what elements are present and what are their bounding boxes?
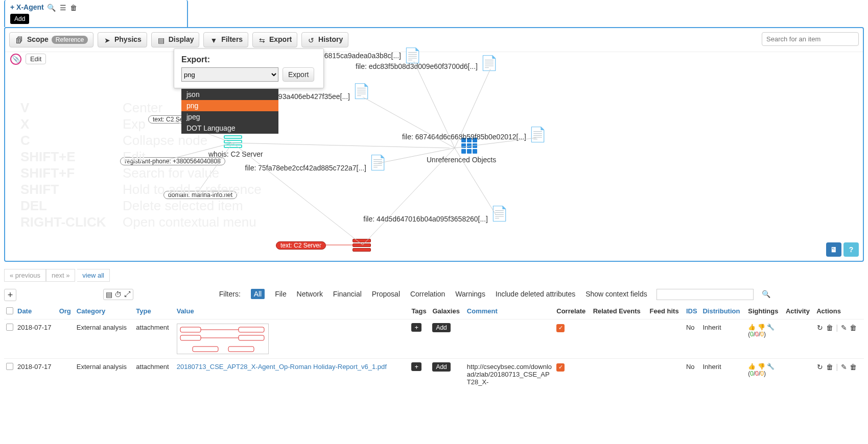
filter-warnings[interactable]: Warnings <box>455 290 485 298</box>
node-file[interactable]: 📄 file: dc40f11eb6815ca9adea0a3b8c[...] <box>404 48 421 63</box>
col-org[interactable]: Org <box>57 304 75 319</box>
correlate-checkbox[interactable]: ✓ <box>556 324 565 332</box>
refresh-icon[interactable]: ↻ <box>817 324 823 332</box>
trash-icon[interactable]: 🗑 <box>850 324 857 332</box>
refresh-icon[interactable]: ↻ <box>817 363 823 371</box>
node-unreferenced-objects[interactable]: Unreferenced Objects <box>442 138 496 164</box>
export-button[interactable]: ⇆ Export <box>252 32 297 47</box>
node-file[interactable]: 📄 file: 374896a75493a406eb427f35ee[...] <box>353 84 370 98</box>
trash-icon[interactable]: 🗑 <box>850 363 857 371</box>
node-file[interactable]: 📄 file: 44d5d647016b04a095f3658260[...] <box>490 207 508 221</box>
add-tag-button[interactable]: + <box>411 323 421 332</box>
row-checkbox[interactable] <box>6 363 13 370</box>
filter-correlation[interactable]: Correlation <box>410 290 445 298</box>
node-file[interactable]: 📄 file: 687464d6c668b59f85b0e02012[...] <box>529 128 547 142</box>
trash-icon[interactable]: 🗑 <box>826 324 833 332</box>
paperclip-icon: 📎 <box>10 54 21 65</box>
correlate-checkbox[interactable]: ✓ <box>556 363 565 372</box>
export-option-dot[interactable]: DOT Language <box>181 122 278 134</box>
attribute-search-input[interactable] <box>657 289 753 300</box>
x-agent-tag-link[interactable]: + X-Agent <box>10 3 44 11</box>
add-tag-button[interactable]: Add <box>10 14 29 24</box>
node-label: file: 44d5d647016b04a095f3658260[...] <box>363 215 488 223</box>
node-file[interactable]: 📄 file: 75fa78ebe2ccf42ad885c722a7[...] <box>369 156 387 170</box>
filter-context[interactable]: Show context fields <box>585 290 647 298</box>
graph-search-input[interactable] <box>762 32 859 46</box>
edit-icon[interactable]: ✎ <box>841 363 847 371</box>
svg-line-8 <box>232 143 450 148</box>
next-page-button[interactable]: next » <box>46 269 75 282</box>
edit-mode-toggle[interactable]: 📎 Edit <box>10 54 46 65</box>
view-all-button[interactable]: view all <box>77 269 110 282</box>
fullscreen-button[interactable]: 🖥 <box>826 242 841 257</box>
filter-network[interactable]: Network <box>297 290 323 298</box>
export-format-select[interactable]: png <box>181 67 278 82</box>
export-option-json[interactable]: json <box>181 89 278 100</box>
table-row: 2018-07-17 External analysis attachment … <box>4 319 864 359</box>
node-text-c2-red[interactable]: text: C2 Server <box>276 241 326 250</box>
export-go-button[interactable]: Export <box>283 67 314 82</box>
col-type[interactable]: Type <box>134 304 174 319</box>
col-ids[interactable]: IDS <box>684 304 701 319</box>
col-comment[interactable]: Comment <box>465 304 554 319</box>
export-option-jpeg[interactable]: jpeg <box>181 111 278 122</box>
list-icon[interactable]: ☰ <box>60 4 66 12</box>
add-galaxy-button[interactable]: Add <box>432 362 450 372</box>
cell-actions: ↻ 🗑 | ✎ 🗑 <box>814 359 864 390</box>
display-button[interactable]: ▤ Display <box>151 32 200 47</box>
thumbs-up-icon[interactable]: 👍 <box>748 324 756 331</box>
svg-rect-15 <box>239 327 264 332</box>
trash-icon[interactable]: 🗑 <box>70 4 77 12</box>
add-tag-button[interactable]: + <box>411 362 421 371</box>
search-icon[interactable]: 🔍 <box>762 290 770 298</box>
thumbs-down-icon[interactable]: 👎 <box>758 324 765 331</box>
filter-financial[interactable]: Financial <box>333 290 362 298</box>
event-graph[interactable]: 🗐 Scope Reference ➤ Physics ▤ Display ▼ … <box>4 27 864 262</box>
scope-button[interactable]: 🗐 Scope Reference <box>9 32 93 47</box>
attachment-thumbnail[interactable] <box>177 324 269 354</box>
node-label: file: edc83f5b08d3d009e60f3700d6[...] <box>356 62 478 70</box>
filter-deleted[interactable]: Include deleted attributes <box>496 290 575 298</box>
edit-label: Edit <box>26 54 46 64</box>
history-icon: ↺ <box>308 36 314 44</box>
export-option-png[interactable]: png <box>181 100 278 111</box>
scope-badge: Reference <box>52 36 88 44</box>
exchange-icon: ⇆ <box>259 36 265 44</box>
pagination: « previousnext » view all <box>4 269 864 282</box>
col-date[interactable]: Date <box>15 304 57 319</box>
select-all-checkbox[interactable] <box>6 307 13 314</box>
col-category[interactable]: Category <box>75 304 134 319</box>
thumbs-up-icon[interactable]: 👍 <box>748 363 756 370</box>
history-button[interactable]: ↺ History <box>301 32 348 47</box>
edit-icon[interactable]: ✎ <box>841 324 847 332</box>
help-button[interactable]: ? <box>843 242 859 257</box>
export-popup-title: Export: <box>181 55 316 64</box>
add-galaxy-button[interactable]: Add <box>432 323 450 332</box>
trash-icon[interactable]: 🗑 <box>826 363 833 371</box>
search-icon[interactable]: 🔍 <box>47 4 56 12</box>
export-format-dropdown[interactable]: json png jpeg DOT Language <box>181 89 278 134</box>
attachment-link[interactable]: 20180713_CSE_APT28_X-Agent_Op-Roman Holi… <box>177 363 387 371</box>
filter-file[interactable]: File <box>275 290 287 298</box>
cell-type: attachment <box>134 359 174 390</box>
cell-category: External analysis <box>75 319 134 359</box>
filters-button[interactable]: ▼ Filters <box>203 32 248 47</box>
col-value[interactable]: Value <box>175 304 410 319</box>
thumbs-down-icon[interactable]: 👎 <box>758 363 765 370</box>
toolbar-tri-icons[interactable]: ▤ ⏱ ⤢ <box>103 289 133 300</box>
filter-all[interactable]: All <box>251 289 265 299</box>
node-c2-server[interactable] <box>353 239 371 252</box>
wrench-icon[interactable]: 🔧 <box>767 363 775 370</box>
col-sightings: Sightings <box>746 304 784 319</box>
wrench-icon[interactable]: 🔧 <box>767 324 775 331</box>
row-checkbox[interactable] <box>6 324 13 331</box>
add-attribute-button[interactable]: + <box>4 289 16 301</box>
file-icon: 📄 <box>480 56 498 70</box>
node-file[interactable]: 📄 file: edc83f5b08d3d009e60f3700d6[...] <box>480 56 498 70</box>
physics-button[interactable]: ➤ Physics <box>98 32 147 47</box>
col-dist[interactable]: Distribution <box>700 304 746 319</box>
node-label: Unreferenced Objects <box>427 156 496 164</box>
scope-icon: 🗐 <box>16 36 23 44</box>
prev-page-button[interactable]: « previous <box>4 269 46 282</box>
filter-proposal[interactable]: Proposal <box>372 290 400 298</box>
